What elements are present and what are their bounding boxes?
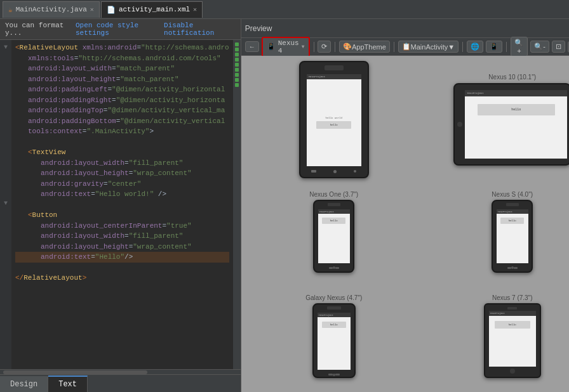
nexus7-container: Nexus 7 (7.3") TestProject hello <box>425 286 569 388</box>
code-line-3: android:layout_width="match_parent" <box>15 63 229 74</box>
preview-title: Preview <box>245 24 272 33</box>
activity-button[interactable]: 📋 MainActivity▼ <box>398 41 459 53</box>
code-line-14: android:gravity="center" <box>15 179 229 190</box>
code-line-6: android:paddingRight="@dimen/activity_ho… <box>15 95 229 106</box>
code-line-5: android:paddingLeft="@dimen/activity_hor… <box>15 84 229 95</box>
device2-button[interactable]: 📱 <box>486 41 502 53</box>
code-line-20: android:layout_height="wrap_content" <box>15 242 229 252</box>
code-line-15: android:text="Hello world!" /> <box>15 189 229 200</box>
nexus10-container: Nexus 10 (10.1") TestProject hello <box>425 61 569 178</box>
nexus4-device: TestProject hello world hello <box>299 61 369 178</box>
code-line-16 <box>15 200 229 211</box>
code-line-22 <box>15 263 229 273</box>
nexus10-label: Nexus 10 (10.1") <box>488 74 536 81</box>
nexus-s-container: Nexus S (4.0") TestProject hello <box>425 181 569 283</box>
galaxy-nexus-device: TestProject hello <box>312 303 356 378</box>
open-code-style-link[interactable]: Open code style settings <box>76 22 161 37</box>
galaxy-nexus-label: Galaxy Nexus (4.7") <box>305 294 362 301</box>
nexus-s-device: TestProject hello <box>492 200 533 273</box>
preview-header: Preview ⚙ — <box>241 19 569 38</box>
fold-marker-3[interactable]: ▼ <box>0 199 11 208</box>
locale-button[interactable]: 🌐 <box>467 41 483 53</box>
gutter-indicator <box>235 68 239 72</box>
gutter-indicator <box>235 63 239 67</box>
gutter-indicator <box>235 48 239 51</box>
tab-activity-main-xml[interactable]: 📄 activity_main.xml ✕ <box>101 1 203 18</box>
activity-icon: 📋 <box>402 42 411 51</box>
xml-file-icon: 📄 <box>107 6 116 14</box>
device-dropdown-arrow: ▼ <box>302 44 305 49</box>
fold-marker-2[interactable] <box>0 143 11 153</box>
nexus10-device: TestProject hello <box>453 83 569 166</box>
nexus4-container: TestProject hello world hello <box>246 61 422 178</box>
horizontal-scrollbar[interactable] <box>0 369 241 374</box>
java-file-icon: ☕ <box>8 6 13 14</box>
tab-bar: ☕ MainActivity.java ✕ 📄 activity_main.xm… <box>0 0 569 19</box>
code-line-12: android:layout_width="fill_parent" <box>15 158 229 169</box>
selected-device-label: Nexus 4 <box>278 39 299 55</box>
fold-marker-1[interactable]: ▼ <box>0 42 11 52</box>
gutter-indicator <box>235 83 239 87</box>
separator5 <box>506 42 507 52</box>
rotate-button[interactable]: ⟳ <box>318 41 331 53</box>
code-line-10 <box>15 137 229 148</box>
code-line-18: android:layout_centerInParent="true" <box>15 221 229 232</box>
device-phone-icon: 📱 <box>267 42 276 51</box>
gutter-indicator <box>235 53 239 56</box>
code-line-17: <Button <box>15 210 229 221</box>
code-line-7: android:paddingTop="@dimen/activity_vert… <box>15 105 229 116</box>
code-line-21: android:text="Hello"/> <box>15 252 229 263</box>
zoom-out-button[interactable]: 🔍- <box>530 41 549 53</box>
code-editor[interactable]: <RelativeLayout xmlns:android="http://sc… <box>11 40 233 369</box>
separator3 <box>394 42 394 52</box>
nexus7-device: TestProject hello <box>484 303 541 378</box>
code-line-9: tools:context=".MainActivity"> <box>15 126 229 137</box>
separator2 <box>335 42 335 52</box>
zoom-in-button[interactable]: 🔍+ <box>511 37 528 56</box>
nexus7-label: Nexus 7 (7.3") <box>492 294 533 301</box>
tab-close-java[interactable]: ✕ <box>90 6 94 13</box>
code-line-11: <TextView <box>15 147 229 158</box>
nexus-s-label: Nexus S (4.0") <box>492 191 533 198</box>
notification-bar: You can format y... Open code style sett… <box>0 19 241 40</box>
code-line-13: android:layout_height="wrap_content" <box>15 168 229 179</box>
nexus-one-label: Nexus One (3.7") <box>309 191 358 198</box>
device-toolbar: ← 📱 Nexus 4 ▼ ⟳ 🎨 AppTheme <box>241 38 569 56</box>
code-line-19: android:layout_width="fill_parent" <box>15 231 229 242</box>
right-gutter <box>233 40 241 369</box>
zoom-fit-button[interactable]: ⊡ <box>552 41 565 53</box>
code-line-8: android:paddingBottom="@dimen/activity_v… <box>15 116 229 127</box>
scroll-thumb[interactable] <box>3 370 147 374</box>
separator <box>314 42 314 52</box>
code-line-1: <RelativeLayout xmlns:android="http://sc… <box>15 42 229 53</box>
theme-button[interactable]: 🎨 AppTheme <box>339 41 390 53</box>
gutter-indicator <box>235 42 239 46</box>
galaxy-nexus-container: Galaxy Nexus (4.7") TestProject hello <box>246 286 422 388</box>
theme-icon: 🎨 <box>343 42 352 51</box>
gutter-indicator <box>235 58 239 62</box>
code-line-4: android:layout_height="match_parent" <box>15 74 229 85</box>
code-line-23: </RelativeLayout> <box>15 273 229 284</box>
nexus-one-device: TestProject hello <box>313 200 354 273</box>
tab-close-xml[interactable]: ✕ <box>193 6 197 13</box>
nexus-one-container: Nexus One (3.7") TestProject hello <box>246 181 422 283</box>
tab-design[interactable]: Design <box>0 376 48 392</box>
bottom-tab-bar: Design Text <box>0 374 241 392</box>
separator4 <box>462 42 463 52</box>
preview-canvas: TestProject hello world hello <box>241 56 569 392</box>
disable-notification-link[interactable]: Disable notification <box>164 22 236 37</box>
code-line-2: xmlns:tools="http://schemas.android.com/… <box>15 53 229 64</box>
back-button[interactable]: ← <box>245 41 259 52</box>
device-selector[interactable]: 📱 Nexus 4 ▼ <box>262 37 310 57</box>
tab-main-activity-java[interactable]: ☕ MainActivity.java ✕ <box>3 1 100 18</box>
notification-text: You can format y... <box>5 22 73 37</box>
gutter-indicator <box>235 73 239 77</box>
tab-text[interactable]: Text <box>48 376 88 392</box>
gutter-indicator <box>235 78 239 82</box>
